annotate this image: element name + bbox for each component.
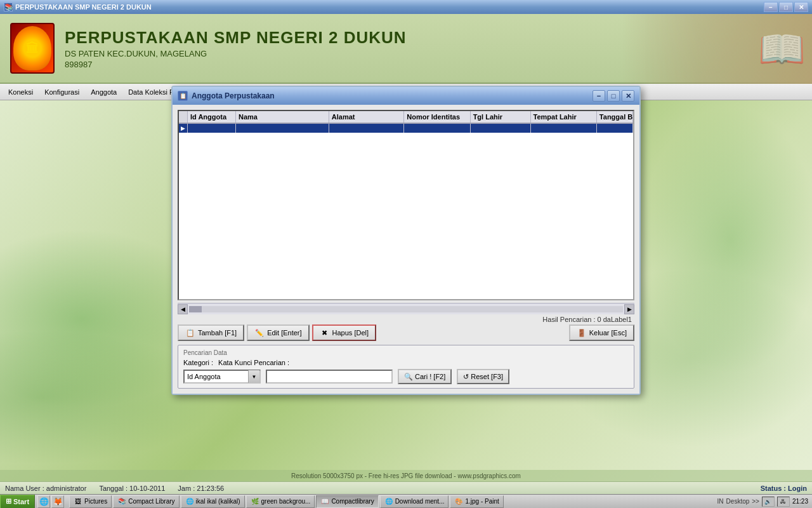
dialog-close-button[interactable]: ✕ (622, 90, 634, 102)
menu-anggota[interactable]: Anggota (85, 86, 122, 98)
green-bg-icon: 🌿 (251, 497, 259, 506)
row-nama (236, 124, 329, 133)
dialog-maximize-button[interactable]: □ (607, 90, 620, 102)
th-tempat-lahir: Tempat Lahir (531, 111, 597, 123)
table-row-selected[interactable]: ▶ (179, 124, 633, 133)
school-logo: 🏛 (10, 23, 55, 74)
taskbar-item-paint[interactable]: 🎨 1.jpg - Paint (450, 495, 503, 508)
ikal-icon: 🌐 (185, 497, 194, 506)
pictures-icon: 🖼 (74, 497, 82, 506)
user-status-bar: Nama User : administrator Tanggal : 10-1… (0, 481, 812, 494)
category-dropdown-text: Id Anggota (185, 373, 248, 380)
hapus-button[interactable]: ✖ Hapus [Del] (312, 324, 376, 341)
row-tgl (471, 124, 531, 133)
dialog-title-buttons: − □ ✕ (593, 90, 634, 102)
th-tanggal: Tanggal B (597, 111, 633, 123)
category-dropdown[interactable]: Id Anggota ▼ (183, 370, 261, 384)
table-empty-area (179, 133, 633, 289)
keyword-input[interactable] (266, 370, 393, 384)
menu-koneksi[interactable]: Koneksi (3, 86, 39, 98)
menu-konfigurasi[interactable]: Konfigurasi (39, 86, 85, 98)
user-name: Nama User : administrator (5, 485, 86, 492)
row-tempat (531, 124, 597, 133)
taskbar-item-compact-library[interactable]: 📚 Compact Library (113, 495, 179, 508)
taskbar-item-green-bg[interactable]: 🌿 green backgrou... (246, 495, 315, 508)
keyword-field: Kata Kunci Pencarian : (218, 359, 289, 366)
data-table: Id Anggota Nama Alamat Nomor Identitas T… (178, 110, 634, 300)
scroll-track[interactable] (189, 306, 623, 312)
scroll-left-button[interactable]: ◀ (178, 304, 188, 314)
keluar-button[interactable]: 🚪 Keluar [Esc] (569, 324, 634, 341)
taskbar-item-download[interactable]: 🌐 Download ment... (380, 495, 449, 508)
anggota-dialog: 📋 Anggota Perpustakaan − □ ✕ Id Anggota … (171, 86, 641, 395)
close-button[interactable]: ✕ (794, 2, 808, 12)
taskbar-right: IN Desktop >> 🔊 🖧 21:23 (714, 497, 812, 507)
th-nama: Nama (236, 111, 329, 123)
download-icon: 🌐 (384, 497, 393, 506)
taskbar-quick-launch: 🌐 🦊 (35, 495, 67, 508)
ikal-label: ikal ikal (kalikal) (196, 498, 240, 505)
row-tanggal (597, 124, 633, 133)
user-time: Jam : 21:23:56 (178, 485, 224, 492)
hapus-icon: ✖ (320, 328, 330, 338)
search-section-title: Pencarian Data (183, 349, 629, 356)
header: 🏛 PERPUSTAKAAN SMP NEGERI 2 DUKUN DS PAT… (0, 14, 812, 84)
taskbar-item-compactlibrary-active[interactable]: 📖 Compactlibrary (316, 495, 378, 508)
search-result: Hasil Pencarian : 0 daLabel1 (178, 314, 634, 324)
scroll-thumb[interactable] (189, 306, 202, 312)
logo-inner: 🏛 (13, 26, 51, 70)
reset-button[interactable]: ↺ Reset [F3] (457, 369, 509, 384)
tray-desktop: Desktop (726, 498, 750, 505)
title-bar: 📚 PERPUSTAKAAN SMP NEGERI 2 DUKUN − □ ✕ (0, 0, 812, 14)
compactlibrary-icon: 📖 (320, 497, 329, 506)
th-tgl-lahir: Tgl Lahir (471, 111, 531, 123)
app-icon: 📚 (4, 3, 13, 11)
search-controls: Id Anggota ▼ 🔍 Cari ! [F2] ↺ Reset [F3] (183, 369, 629, 384)
category-field: Kategori : (183, 359, 213, 366)
dialog-minimize-button[interactable]: − (593, 90, 605, 102)
row-alamat (329, 124, 404, 133)
start-button[interactable]: ⊞ Start (0, 495, 35, 509)
windows-icon: ⊞ (6, 497, 11, 505)
dropdown-arrow-icon[interactable]: ▼ (248, 370, 259, 383)
download-label: Download ment... (395, 498, 445, 505)
compactlibrary-label: Compactlibrary (331, 498, 374, 505)
download-strip: Resolution 5000x3750 px - Free hi-res JP… (0, 470, 812, 481)
scroll-right-button[interactable]: ▶ (624, 304, 634, 314)
maximize-button[interactable]: □ (779, 2, 793, 12)
tray-expand[interactable]: >> (752, 498, 759, 505)
tray-icon-2: 🖧 (777, 497, 790, 507)
th-id-anggota: Id Anggota (188, 111, 236, 123)
pictures-label: Pictures (84, 498, 107, 505)
school-address: DS PATEN KEC.DUKUN, MAGELANG (65, 49, 407, 58)
title-bar-buttons: − □ ✕ (764, 2, 808, 12)
green-bg-label: green backgrou... (261, 498, 311, 505)
th-nomor-identitas: Nomor Identitas (404, 111, 470, 123)
table-hscrollbar[interactable]: ◀ ▶ (178, 303, 634, 314)
minimize-button[interactable]: − (764, 2, 778, 12)
login-status: Status : Login (761, 485, 807, 492)
school-code: 898987 (65, 60, 407, 69)
search-icon: 🔍 (404, 373, 413, 381)
taskbar-item-pictures[interactable]: 🖼 Pictures (69, 495, 112, 508)
header-book-image: 📖 (622, 14, 812, 84)
keyword-label: Kata Kunci Pencarian : (218, 359, 289, 366)
action-buttons: 📋 Tambah [F1] ✏️ Edit [Enter] ✖ Hapus [D… (178, 324, 634, 341)
user-date: Tanggal : 10-10-2011 (99, 485, 165, 492)
edit-button[interactable]: ✏️ Edit [Enter] (247, 324, 309, 341)
tambah-button[interactable]: 📋 Tambah [F1] (178, 324, 244, 341)
taskbar-icon-ie[interactable]: 🌐 (37, 495, 50, 508)
search-row: Kategori : Kata Kunci Pencarian : (183, 359, 629, 366)
taskbar-item-ikal[interactable]: 🌐 ikal ikal (kalikal) (181, 495, 245, 508)
taskbar-icon-firefox[interactable]: 🦊 (51, 495, 64, 508)
row-arrow-icon: ▶ (179, 124, 188, 133)
edit-icon: ✏️ (254, 328, 265, 338)
dialog-icon: 📋 (178, 91, 188, 101)
tray-icon-1: 🔊 (762, 497, 775, 507)
row-nomor (404, 124, 470, 133)
title-bar-text: PERPUSTAKAAN SMP NEGERI 2 DUKUN (15, 3, 764, 11)
th-alamat: Alamat (329, 111, 404, 123)
th-arrow (179, 111, 188, 123)
paint-icon: 🎨 (454, 497, 463, 506)
search-button[interactable]: 🔍 Cari ! [F2] (398, 369, 452, 384)
